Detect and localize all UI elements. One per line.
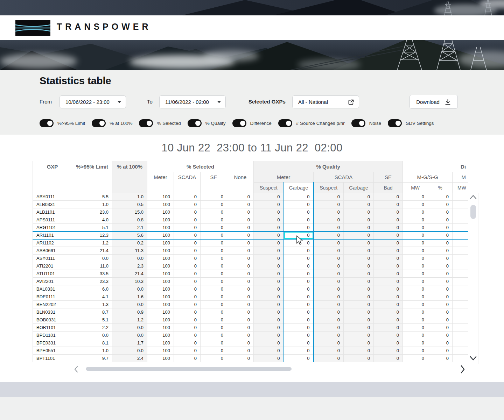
value-cell[interactable]: 5.1 xyxy=(72,224,112,232)
value-cell[interactable]: 100 xyxy=(147,262,174,270)
value-cell[interactable]: 0.0 xyxy=(112,301,147,308)
value-cell[interactable]: 0 xyxy=(201,201,227,208)
value-cell[interactable]: 0 xyxy=(201,224,227,232)
value-cell[interactable]: 100 xyxy=(147,247,174,255)
value-cell[interactable]: 0 xyxy=(227,201,254,208)
value-cell[interactable]: 100 xyxy=(147,208,174,216)
value-cell[interactable]: 21.4 xyxy=(72,247,112,255)
value-cell[interactable]: 0.8 xyxy=(112,216,147,224)
value-cell[interactable]: 0 xyxy=(254,201,284,208)
value-cell[interactable]: 0 xyxy=(344,262,374,270)
gxp-cell[interactable]: BEN2202 xyxy=(33,301,72,308)
value-cell[interactable]: 0 xyxy=(428,316,453,324)
value-cell[interactable]: 0.0 xyxy=(112,332,147,339)
gxp-cell[interactable]: ABY0111 xyxy=(33,193,72,201)
scroll-up-icon[interactable] xyxy=(469,194,477,200)
toggle-switch-quality[interactable] xyxy=(188,119,202,127)
value-cell[interactable]: 0 xyxy=(254,316,284,324)
value-cell[interactable]: 0 xyxy=(374,339,403,347)
gxp-cell[interactable]: BAL0331 xyxy=(33,285,72,293)
value-cell[interactable]: 0 xyxy=(284,332,314,339)
value-cell[interactable]: 0 xyxy=(374,293,403,301)
value-cell[interactable]: 0 xyxy=(428,216,453,224)
value-cell[interactable]: 0 xyxy=(403,332,428,339)
gxps-select-button[interactable]: All - National xyxy=(292,95,359,108)
value-cell[interactable]: 100 xyxy=(147,285,174,293)
value-cell[interactable]: 0 xyxy=(314,339,344,347)
gxp-cell[interactable]: ASB0661 xyxy=(33,247,72,255)
value-cell[interactable]: 0 xyxy=(174,224,201,232)
value-cell[interactable]: 0 xyxy=(374,324,403,332)
value-cell[interactable]: 0 xyxy=(227,308,254,316)
gxp-cell[interactable]: APS0111 xyxy=(33,216,72,224)
value-cell[interactable]: 0 xyxy=(174,339,201,347)
value-cell[interactable]: 0 xyxy=(227,193,254,201)
value-cell[interactable]: 100 xyxy=(147,201,174,208)
value-cell[interactable]: 1.3 xyxy=(72,301,112,308)
value-cell[interactable]: 0 xyxy=(344,324,374,332)
value-cell[interactable]: 0 xyxy=(403,308,428,316)
value-cell[interactable]: 0 xyxy=(428,247,453,255)
value-cell[interactable]: 0 xyxy=(344,270,374,278)
value-cell[interactable]: 0 xyxy=(314,216,344,224)
value-cell[interactable]: 0 xyxy=(403,293,428,301)
value-cell[interactable]: 100 xyxy=(147,193,174,201)
value-cell[interactable]: 0 xyxy=(314,285,344,293)
value-cell[interactable]: 1.2 xyxy=(112,316,147,324)
value-cell[interactable]: 0 xyxy=(227,255,254,262)
value-cell[interactable]: 2.1 xyxy=(112,224,147,232)
value-cell[interactable]: 0 xyxy=(284,239,314,247)
value-cell[interactable]: 0 xyxy=(174,239,201,247)
value-cell[interactable]: 100 xyxy=(147,316,174,324)
value-cell[interactable]: 5.6 xyxy=(112,232,147,239)
value-cell[interactable]: 0 xyxy=(344,308,374,316)
value-cell[interactable]: 0 xyxy=(227,239,254,247)
value-cell[interactable] xyxy=(453,278,468,285)
value-cell[interactable]: 0 xyxy=(314,201,344,208)
value-cell[interactable]: 0 xyxy=(227,347,254,355)
value-cell[interactable]: 0 xyxy=(201,208,227,216)
value-cell[interactable]: 0 xyxy=(201,355,227,362)
value-cell[interactable]: 0 xyxy=(174,293,201,301)
value-cell[interactable]: 0.0 xyxy=(112,324,147,332)
toggle-switch-95-limit[interactable] xyxy=(40,119,54,127)
value-cell[interactable]: 0 xyxy=(201,324,227,332)
value-cell[interactable]: 100 xyxy=(147,308,174,316)
value-cell[interactable]: 0 xyxy=(314,247,344,255)
value-cell[interactable]: 1.2 xyxy=(72,239,112,247)
value-cell[interactable] xyxy=(453,262,468,270)
value-cell[interactable]: 0 xyxy=(254,308,284,316)
value-cell[interactable]: 0 xyxy=(174,270,201,278)
value-cell[interactable]: 0 xyxy=(284,293,314,301)
value-cell[interactable]: 0 xyxy=(428,332,453,339)
gxp-cell[interactable]: ARI1101 xyxy=(33,232,72,239)
value-cell[interactable]: 0 xyxy=(374,285,403,293)
value-cell[interactable]: 0 xyxy=(314,193,344,201)
value-cell[interactable]: 0 xyxy=(374,208,403,216)
value-cell[interactable]: 0 xyxy=(227,232,254,239)
value-cell[interactable]: 0 xyxy=(254,208,284,216)
value-cell[interactable]: 0 xyxy=(174,324,201,332)
value-cell[interactable]: 0 xyxy=(403,208,428,216)
value-cell[interactable]: 0 xyxy=(314,239,344,247)
value-cell[interactable]: 0 xyxy=(284,316,314,324)
value-cell[interactable]: 0.2 xyxy=(112,239,147,247)
value-cell[interactable]: 0 xyxy=(314,224,344,232)
value-cell[interactable]: 0 xyxy=(284,232,314,239)
value-cell[interactable]: 0 xyxy=(201,193,227,201)
value-cell[interactable]: 0 xyxy=(374,278,403,285)
value-cell[interactable]: 0 xyxy=(403,193,428,201)
value-cell[interactable]: 0 xyxy=(174,316,201,324)
value-cell[interactable]: 0 xyxy=(254,270,284,278)
value-cell[interactable]: 0 xyxy=(403,347,428,355)
value-cell[interactable]: 0 xyxy=(428,255,453,262)
value-cell[interactable]: 0 xyxy=(374,239,403,247)
value-cell[interactable]: 0 xyxy=(284,255,314,262)
value-cell[interactable]: 33.5 xyxy=(72,270,112,278)
value-cell[interactable]: 0 xyxy=(227,224,254,232)
value-cell[interactable]: 0 xyxy=(174,308,201,316)
value-cell[interactable]: 0 xyxy=(403,201,428,208)
value-cell[interactable]: 0 xyxy=(344,216,374,224)
toggle-switch-difference[interactable] xyxy=(232,119,246,127)
value-cell[interactable]: 0 xyxy=(174,285,201,293)
